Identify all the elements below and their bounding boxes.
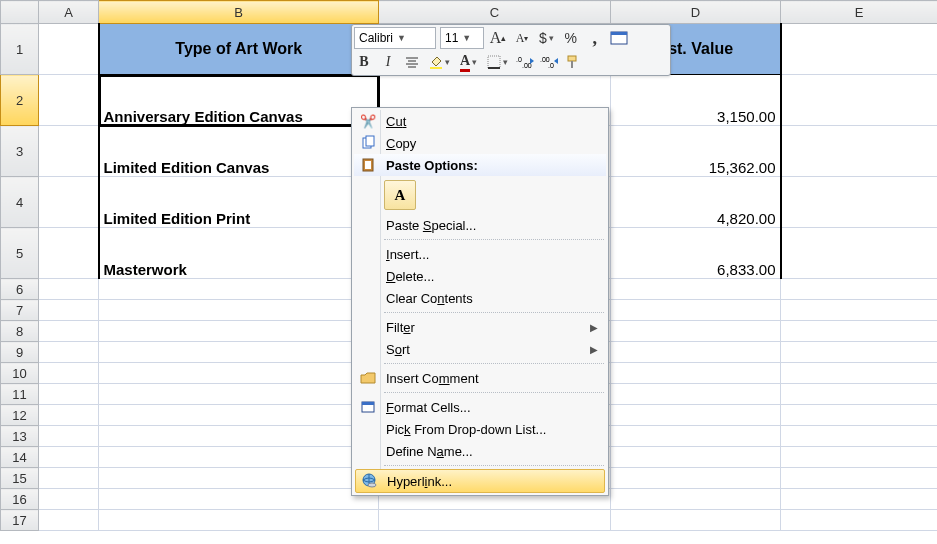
paste-option-values[interactable]: A	[384, 180, 416, 210]
col-header-B[interactable]: B	[99, 1, 379, 24]
row-header-17[interactable]: 17	[1, 510, 39, 531]
cell-E5[interactable]	[781, 228, 938, 279]
paintbrush-icon	[565, 55, 581, 69]
bold-button[interactable]: B	[354, 52, 374, 72]
increase-decimal-button[interactable]: .0.00	[515, 52, 535, 72]
svg-rect-20	[362, 402, 374, 405]
comma-style-button[interactable]: ,	[585, 28, 605, 48]
cell-E2[interactable]	[781, 75, 938, 126]
font-size-select[interactable]: 11 ▼	[440, 27, 484, 49]
row-header-9[interactable]: 9	[1, 342, 39, 363]
center-align-button[interactable]	[402, 52, 422, 72]
row-header-11[interactable]: 11	[1, 384, 39, 405]
row-header-8[interactable]: 8	[1, 321, 39, 342]
cell-E3[interactable]	[781, 126, 938, 177]
format-cells-button[interactable]	[609, 28, 629, 48]
menu-separator	[384, 363, 604, 364]
copy-icon	[356, 135, 380, 151]
select-all-corner[interactable]	[1, 1, 39, 24]
menu-item-copy[interactable]: Copy	[354, 132, 606, 154]
format-cells-icon	[356, 400, 380, 414]
shrink-font-button[interactable]: A▾	[512, 28, 532, 48]
col-header-A[interactable]: A	[39, 1, 99, 24]
row-header-7[interactable]: 7	[1, 300, 39, 321]
currency-button[interactable]: $▾	[536, 28, 557, 48]
cell-A4[interactable]	[39, 177, 99, 228]
menu-item-insert[interactable]: Insert...	[354, 243, 606, 265]
cell-B2[interactable]: Anniversary Edition Canvas	[99, 75, 379, 126]
svg-rect-16	[366, 136, 374, 146]
col-header-C[interactable]: C	[379, 1, 611, 24]
menu-item-hyperlink[interactable]: Hyperlink...	[355, 469, 605, 493]
globe-icon	[357, 473, 381, 489]
cell-D2[interactable]: 3,150.00	[611, 75, 781, 126]
grow-font-button[interactable]: A▴	[488, 28, 508, 48]
cell-A1[interactable]	[39, 24, 99, 75]
row-header-15[interactable]: 15	[1, 468, 39, 489]
mini-toolbar: Calibri ▼ 11 ▼ A▴ A▾ $▾ % , B I ▾ A ▾	[351, 24, 671, 76]
svg-rect-7	[488, 56, 500, 68]
font-color-button[interactable]: A ▾	[457, 52, 480, 72]
borders-icon	[487, 55, 501, 69]
cell-B4[interactable]: Limited Edition Print	[99, 177, 379, 228]
row-header-1[interactable]: 1	[1, 24, 39, 75]
font-size-label: 11	[445, 31, 458, 45]
row-header-2[interactable]: 2	[1, 75, 39, 126]
cell-E1[interactable]	[781, 24, 938, 75]
column-header-row: A B C D E	[1, 1, 938, 24]
menu-item-format-cells[interactable]: Format Cells...	[354, 396, 606, 418]
cell-A3[interactable]	[39, 126, 99, 177]
svg-rect-13	[568, 56, 576, 61]
menu-item-paste-special[interactable]: Paste Special...	[354, 214, 606, 236]
menu-item-filter[interactable]: Filter ▶	[354, 316, 606, 338]
cell-B3[interactable]: Limited Edition Canvas	[99, 126, 379, 177]
cell-B5[interactable]: Masterwork	[99, 228, 379, 279]
col-header-D[interactable]: D	[611, 1, 781, 24]
italic-button[interactable]: I	[378, 52, 398, 72]
context-menu: ✂️ Cut Copy Paste Options: A Paste Speci…	[351, 107, 609, 496]
menu-item-paste-options: Paste Options:	[354, 154, 606, 176]
format-painter-button[interactable]	[563, 52, 583, 72]
row-header-5[interactable]: 5	[1, 228, 39, 279]
percent-button[interactable]: %	[561, 28, 581, 48]
align-center-icon	[405, 56, 419, 68]
row-header-10[interactable]: 10	[1, 363, 39, 384]
cell-D3[interactable]: 15,362.00	[611, 126, 781, 177]
row-header-14[interactable]: 14	[1, 447, 39, 468]
svg-rect-1	[611, 32, 627, 35]
folder-icon	[356, 371, 380, 385]
font-name-select[interactable]: Calibri ▼	[354, 27, 436, 49]
increase-decimal-icon: .0.00	[516, 55, 534, 69]
format-cells-icon	[610, 31, 628, 45]
menu-item-sort[interactable]: Sort ▶	[354, 338, 606, 360]
fill-color-button[interactable]: ▾	[426, 52, 453, 72]
menu-item-clear-contents[interactable]: Clear Contents	[354, 287, 606, 309]
chevron-down-icon: ▼	[397, 33, 406, 43]
menu-item-pick-dropdown[interactable]: Pick From Drop-down List...	[354, 418, 606, 440]
decrease-decimal-button[interactable]: .00.0	[539, 52, 559, 72]
menu-item-insert-comment[interactable]: Insert Comment	[354, 367, 606, 389]
borders-button[interactable]: ▾	[484, 52, 511, 72]
chevron-down-icon: ▼	[462, 33, 471, 43]
menu-item-delete[interactable]: Delete...	[354, 265, 606, 287]
cell-D4[interactable]: 4,820.00	[611, 177, 781, 228]
row-header-13[interactable]: 13	[1, 426, 39, 447]
row-header-16[interactable]: 16	[1, 489, 39, 510]
row-header-12[interactable]: 12	[1, 405, 39, 426]
svg-text:.0: .0	[548, 62, 554, 69]
svg-point-22	[368, 483, 376, 487]
cell-A2[interactable]	[39, 75, 99, 126]
row-header-6[interactable]: 6	[1, 279, 39, 300]
row-header-3[interactable]: 3	[1, 126, 39, 177]
paint-bucket-icon	[429, 55, 443, 69]
cell-E4[interactable]	[781, 177, 938, 228]
decrease-decimal-icon: .00.0	[540, 55, 558, 69]
svg-rect-18	[365, 161, 371, 169]
cell-A5[interactable]	[39, 228, 99, 279]
menu-item-cut[interactable]: ✂️ Cut	[354, 110, 606, 132]
row-header-4[interactable]: 4	[1, 177, 39, 228]
cell-B1[interactable]: Type of Art Work	[99, 24, 379, 75]
cell-D5[interactable]: 6,833.00	[611, 228, 781, 279]
menu-item-define-name[interactable]: Define Name...	[354, 440, 606, 462]
col-header-E[interactable]: E	[781, 1, 938, 24]
